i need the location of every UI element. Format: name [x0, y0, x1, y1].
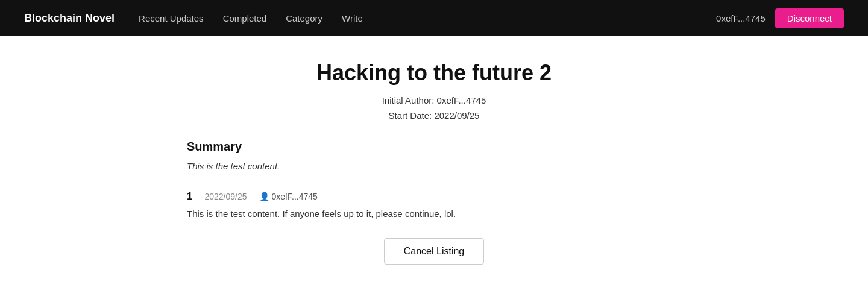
navbar-right: 0xefF...4745 Disconnect: [716, 8, 844, 28]
nav-link-completed[interactable]: Completed: [223, 13, 267, 24]
chapter-author-address: 0xefF...4745: [272, 192, 318, 201]
initial-author-label: Initial Author:: [382, 95, 437, 105]
start-date-label: Start Date:: [389, 110, 435, 121]
main-content: Hacking to the future 2 Initial Author: …: [175, 36, 693, 301]
start-date-value: 2022/09/25: [434, 110, 479, 121]
initial-author-value: 0xefF...4745: [437, 95, 486, 105]
cancel-listing-button[interactable]: Cancel Listing: [384, 238, 485, 265]
person-icon: 👤: [259, 192, 269, 201]
navbar-brand: Blockchain Novel: [24, 12, 115, 25]
navbar-left: Blockchain Novel Recent Updates Complete…: [24, 12, 363, 25]
cancel-listing-container: Cancel Listing: [187, 238, 681, 265]
start-date-line: Start Date: 2022/09/25: [187, 110, 681, 121]
chapter-row: 1 2022/09/25 👤 0xefF...4745: [187, 190, 681, 203]
disconnect-button[interactable]: Disconnect: [775, 8, 844, 28]
nav-link-write[interactable]: Write: [342, 13, 363, 24]
navbar: Blockchain Novel Recent Updates Complete…: [0, 0, 868, 36]
chapter-date: 2022/09/25: [204, 192, 247, 201]
summary-heading: Summary: [187, 140, 681, 154]
chapter-number: 1: [187, 190, 192, 203]
nav-link-category[interactable]: Category: [286, 13, 322, 24]
wallet-address: 0xefF...4745: [716, 13, 766, 24]
chapter-content: This is the test content. If anyone feel…: [187, 209, 681, 219]
summary-text: This is the test content.: [187, 161, 681, 171]
navbar-links: Recent Updates Completed Category Write: [139, 13, 363, 24]
nav-link-recent-updates[interactable]: Recent Updates: [139, 13, 204, 24]
initial-author-line: Initial Author: 0xefF...4745: [187, 95, 681, 105]
page-title: Hacking to the future 2: [187, 60, 681, 86]
chapter-author: 👤 0xefF...4745: [259, 192, 318, 201]
